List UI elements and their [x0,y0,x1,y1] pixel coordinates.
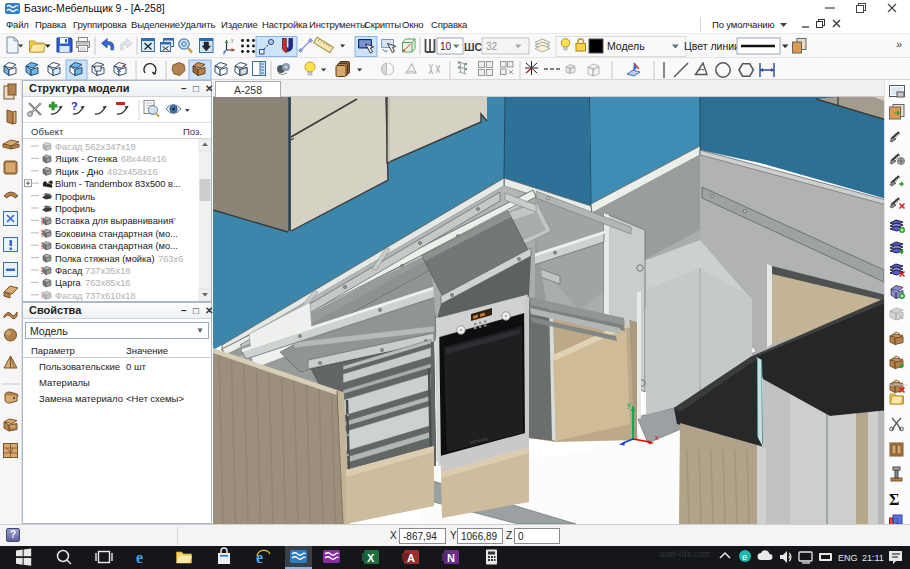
svg-text:10: 10 [440,41,452,52]
svg-text:763х85х16: 763х85х16 [85,278,131,288]
svg-text:Царга: Царга [55,278,82,288]
svg-text:e: e [742,552,747,562]
svg-text:X: X [367,552,375,564]
svg-text:y: y [231,37,234,43]
svg-text:Профиль: Профиль [55,192,95,202]
svg-text:?: ? [71,100,78,112]
svg-text:x: x [655,434,659,441]
svg-text:Модель: Модель [607,40,645,52]
svg-text:ШС: ШС [464,41,483,53]
svg-text:Фасад: Фасад [55,291,83,301]
svg-text:68х446х16: 68х446х16 [121,154,167,164]
svg-text:492х458х16: 492х458х16 [107,167,158,177]
svg-text:562х347х18: 562х347х18 [85,142,136,152]
svg-text:Фасад: Фасад [55,142,83,152]
svg-text:y: y [627,401,631,409]
svg-text:Цвет линии: Цвет линии [684,40,740,52]
svg-text:763х6: 763х6 [158,254,183,264]
svg-text:ENG: ENG [838,553,858,563]
svg-text:Σ: Σ [889,491,899,508]
svg-text:7: 7 [171,216,176,226]
svg-text:Боковина стандартная (мо...: Боковина стандартная (мо... [55,229,178,239]
svg-text:Боковина стандартная (мо...: Боковина стандартная (мо... [55,241,178,251]
svg-text:32: 32 [486,41,498,52]
svg-text:A: A [407,552,415,564]
svg-text:Вставка для выравнивания: Вставка для выравнивания [55,216,173,226]
svg-text:user-life.com: user-life.com [660,549,711,559]
svg-text:Ящик - Стенка: Ящик - Стенка [55,154,118,164]
svg-text:»: » [896,38,902,50]
svg-text:Фасад: Фасад [55,266,83,276]
svg-text:21:11: 21:11 [862,553,884,563]
svg-text:Полка стяжная (мойка): Полка стяжная (мойка) [55,254,155,264]
svg-text:N: N [447,552,455,564]
svg-text:Blum - Tandembox 83х500 в...: Blum - Tandembox 83х500 в... [55,179,181,189]
svg-text:737х35х18: 737х35х18 [85,266,131,276]
svg-text:737х610х18: 737х610х18 [85,291,136,301]
svg-text:Ящик - Дно: Ящик - Дно [55,167,104,177]
svg-text:Профиль: Профиль [55,204,95,214]
svg-text:e: e [136,549,143,566]
